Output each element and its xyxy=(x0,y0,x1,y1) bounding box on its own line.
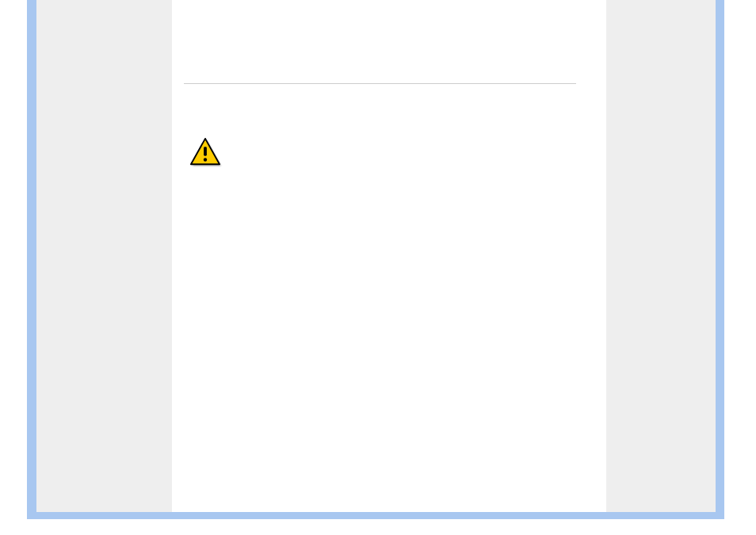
bottom-frame-edge xyxy=(27,513,724,519)
svg-point-3 xyxy=(204,158,207,161)
right-frame-edge xyxy=(716,17,724,518)
svg-rect-2 xyxy=(204,147,207,155)
warning-icon xyxy=(189,137,223,169)
content-area xyxy=(172,0,606,512)
horizontal-divider xyxy=(184,83,576,84)
